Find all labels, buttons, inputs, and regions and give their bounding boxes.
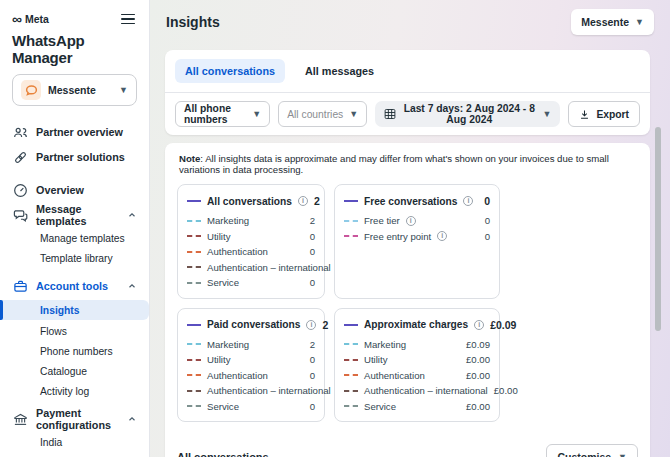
info-icon[interactable] [298, 196, 308, 206]
stat-row-label: Authentication – international [207, 385, 331, 396]
sidebar-item-label: Partner solutions [36, 151, 137, 163]
info-icon[interactable] [406, 216, 416, 226]
stat-row: Utility0 [187, 352, 315, 368]
sidebar-item-flows[interactable]: Flows [0, 322, 149, 340]
stat-row-label: Marketing [207, 339, 249, 350]
stat-row-label: Utility [207, 354, 230, 365]
info-icon[interactable] [463, 196, 473, 206]
legend-dash-icon [187, 390, 201, 392]
sidebar-item-label: Flows [40, 326, 67, 337]
stat-row-value: 0 [310, 246, 315, 257]
stat-row: Utility£0.00 [344, 352, 490, 368]
briefcase-icon [12, 278, 28, 294]
legend-dash-icon [187, 235, 201, 237]
sidebar-item-catalogue[interactable]: Catalogue [0, 362, 149, 380]
stat-row-value: 2 [310, 215, 315, 226]
sidebar-item-message-templates[interactable]: Message templates [0, 203, 149, 227]
stat-row: Marketing2 [187, 337, 315, 353]
note-body: : All insights data is approximate and m… [179, 153, 609, 175]
export-button[interactable]: Export [568, 101, 640, 127]
sidebar-item-india[interactable]: India [0, 433, 149, 451]
stat-row-value: 0 [485, 231, 490, 242]
stat-row: Authentication – international£0.00 [344, 383, 490, 399]
sidebar-item-payment-configurations[interactable]: Payment configurations [0, 407, 149, 431]
chevron-up-icon[interactable] [127, 210, 137, 220]
sidebar-item-account-tools[interactable]: Account tools [0, 274, 149, 298]
account-switcher-button[interactable]: Messente ▼ [571, 9, 654, 35]
chevron-up-icon[interactable] [127, 281, 137, 291]
legend-dash-icon [187, 282, 201, 284]
stat-row: Authentication – international0 [187, 260, 315, 276]
stat-row-label: Service [207, 401, 239, 412]
customise-button[interactable]: Customise ▼ [546, 444, 638, 457]
sidebar-item-insights[interactable]: Insights [0, 300, 149, 320]
stat-row: Authentication0 [187, 244, 315, 260]
app-title: WhatsApp Manager [0, 30, 149, 74]
sidebar-item-phone-numbers[interactable]: Phone numbers [0, 342, 149, 360]
scrollbar-thumb[interactable] [655, 127, 661, 331]
stat-card-approximate-charges: Approximate charges £0.09 Marketing£0.09… [334, 308, 500, 423]
stat-row: Free entry point0 [344, 229, 490, 245]
stat-card-value: 0 [484, 195, 490, 207]
phone-numbers-value: All phone numbers [184, 103, 252, 125]
stat-card-value: 2 [314, 195, 320, 207]
sidebar-item-label: Phone numbers [40, 346, 113, 357]
stat-row-label: Authentication – international [207, 262, 331, 273]
export-label: Export [596, 109, 629, 120]
date-range-button[interactable]: Last 7 days: 2 Aug 2024 - 8 Aug 2024 ▼ [375, 101, 560, 127]
sidebar-item-label: Partner overview [36, 126, 137, 138]
stat-card-value: £0.09 [490, 319, 516, 331]
link-icon [12, 149, 28, 165]
sidebar-item-partner-solutions[interactable]: Partner solutions [0, 145, 149, 169]
sidebar-item-partner-overview[interactable]: Partner overview [0, 120, 149, 144]
stat-row-label: Free tier [364, 215, 400, 226]
chat-bubbles-icon [12, 207, 28, 223]
business-selector[interactable]: Messente ▼ [12, 74, 137, 106]
account-switcher-label: Messente [581, 16, 629, 28]
sidebar-item-overview[interactable]: Overview [0, 178, 149, 202]
sidebar-item-label: Template library [40, 253, 113, 264]
stat-row-label: Service [364, 401, 396, 412]
collapse-menu-icon[interactable] [119, 12, 137, 27]
sidebar-item-template-library[interactable]: Template library [0, 249, 149, 267]
sidebar-item-activity-log[interactable]: Activity log [0, 382, 149, 400]
stat-row-label: Authentication [207, 370, 268, 381]
filters-card: All conversations All messages All phone… [165, 50, 650, 135]
stat-row-label: Authentication [207, 246, 268, 257]
legend-dash-icon [344, 390, 358, 392]
legend-dash-icon [344, 359, 358, 361]
sidebar-item-label: Account tools [36, 280, 119, 292]
caret-down-icon: ▼ [349, 109, 358, 119]
stat-row-value: 0 [310, 277, 315, 288]
legend-dash-icon [187, 374, 201, 376]
data-disclaimer-note: Note: All insights data is approximate a… [179, 153, 638, 175]
stat-row-value: £0.00 [466, 354, 490, 365]
sidebar-nav: Partner overview Partner solutions Overv… [0, 120, 149, 457]
stat-card-all-conversations: All conversations 2 Marketing2 Utility0 … [177, 184, 325, 299]
caret-down-icon: ▼ [635, 17, 644, 27]
sidebar-item-label: Overview [36, 184, 137, 196]
stat-row-value: 0 [485, 215, 490, 226]
phone-numbers-dropdown[interactable]: All phone numbers ▼ [175, 101, 270, 127]
caret-down-icon: ▼ [252, 109, 261, 119]
legend-dash-icon [344, 405, 358, 407]
tab-all-messages[interactable]: All messages [295, 59, 384, 83]
legend-dash-icon [187, 251, 201, 253]
info-icon[interactable] [306, 320, 316, 330]
sidebar-item-manage-templates[interactable]: Manage templates [0, 229, 149, 247]
info-icon[interactable] [474, 320, 484, 330]
countries-dropdown[interactable]: All countries ▼ [278, 101, 367, 127]
caret-down-icon: ▼ [119, 85, 128, 95]
chevron-up-icon[interactable] [127, 414, 137, 424]
stat-row-label: Service [207, 277, 239, 288]
stat-row-label: Authentication [364, 370, 425, 381]
stat-card-paid-conversations: Paid conversations 2 Marketing2 Utility0… [177, 308, 325, 423]
caret-down-icon: ▼ [542, 109, 551, 119]
legend-dash-icon [187, 405, 201, 407]
stat-row-label: Utility [207, 231, 230, 242]
tab-all-conversations[interactable]: All conversations [175, 59, 285, 83]
legend-dash-icon [344, 374, 358, 376]
stat-row: Marketing£0.09 [344, 337, 490, 353]
info-icon[interactable] [437, 231, 447, 241]
sidebar-item-singapore[interactable]: Singapore [0, 453, 149, 457]
